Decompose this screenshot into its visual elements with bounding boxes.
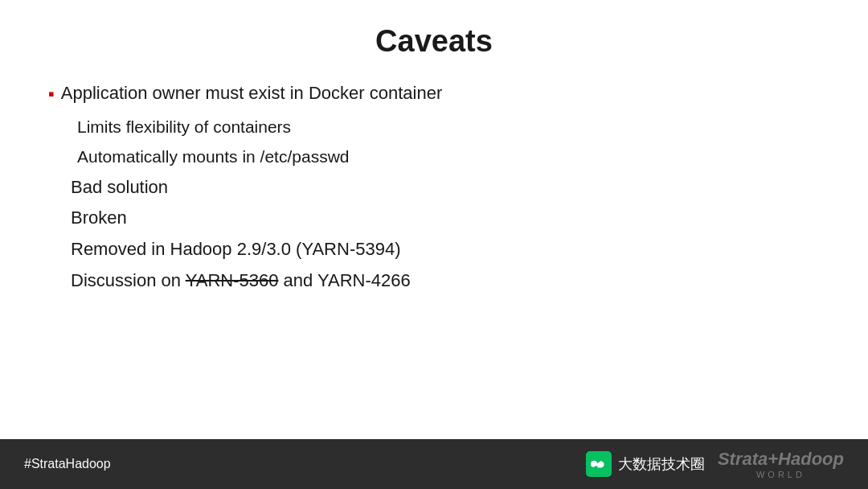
plain-item-3: Removed in Hadoop 2.9/3.0 (YARN-5394) — [48, 237, 820, 262]
footer-right: 大数据技术圈 Strata+Hadoop WORLD — [586, 449, 844, 479]
main-bullet-item: ▪ Application owner must exist in Docker… — [48, 81, 820, 107]
yarn-5360-strikethrough: YARN-5360 — [186, 270, 279, 290]
sub-item-2: Automatically mounts in /etc/passwd — [48, 145, 820, 168]
footer-hashtag: #StrataHadoop — [24, 457, 111, 471]
plain-item-4: Discussion on YARN-5360 and YARN-4266 — [48, 269, 820, 294]
plain-item-2: Broken — [48, 206, 820, 231]
slide-content: Caveats ▪ Application owner must exist i… — [0, 0, 868, 439]
strata-logo: Strata+Hadoop WORLD — [718, 449, 844, 479]
slide-footer: #StrataHadoop 大数据技术圈 Strata+Hadoop WORLD — [0, 439, 868, 489]
bullet-list: ▪ Application owner must exist in Docker… — [48, 81, 820, 115]
plain-item-1: Bad solution — [48, 175, 820, 200]
sub-item-1: Limits flexibility of containers — [48, 115, 820, 138]
main-bullet-text: Application owner must exist in Docker c… — [61, 81, 442, 106]
discussion-suffix: and YARN-4266 — [278, 270, 410, 290]
logo-bottom: WORLD — [756, 470, 805, 479]
wechat-name: 大数据技术圈 — [618, 454, 705, 474]
logo-top: Strata+Hadoop — [718, 449, 844, 470]
slide-title: Caveats — [48, 24, 820, 59]
wechat-icon — [586, 451, 612, 477]
wechat-section: 大数据技术圈 — [586, 451, 705, 477]
bullet-marker: ▪ — [48, 82, 55, 107]
discussion-prefix: Discussion on — [71, 270, 186, 290]
